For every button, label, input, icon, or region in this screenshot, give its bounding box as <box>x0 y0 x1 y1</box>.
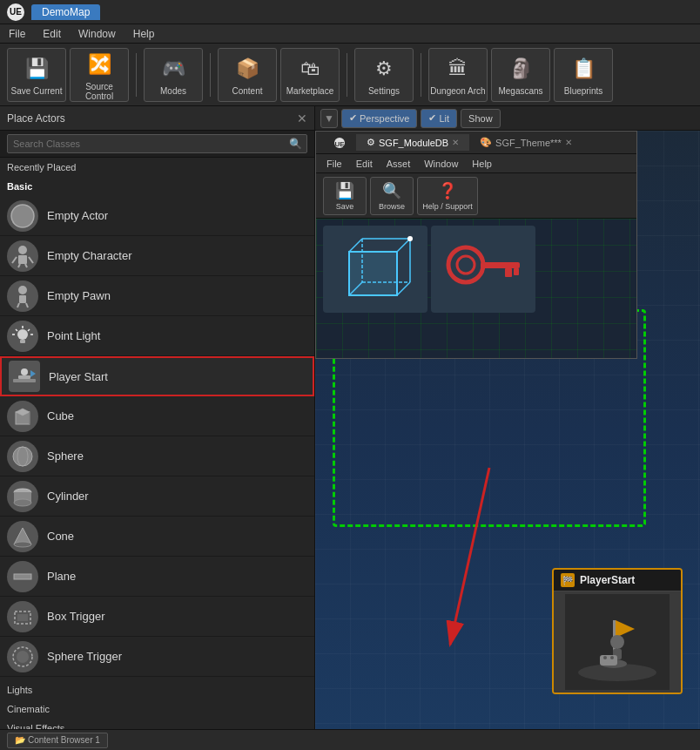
svg-point-49 <box>407 236 413 241</box>
viewport-dropdown[interactable]: ▼ <box>320 109 338 128</box>
theme-icon: 🎨 <box>480 137 492 148</box>
dungeon-arch-button[interactable]: 🏛 Dungeon Arch <box>428 48 488 102</box>
sub-browse-button[interactable]: 🔍 Browse <box>370 177 414 215</box>
sub-tab-logo: UE <box>323 134 356 152</box>
viewport-toolbar: ▼ ✔ Perspective ✔ Lit Show <box>315 106 700 131</box>
category-cinematic[interactable]: Cinematic <box>0 699 314 719</box>
actor-thumb-empty-actor <box>7 200 38 232</box>
actor-empty-character[interactable]: Empty Character <box>0 236 314 276</box>
sub-tab-1[interactable]: ⚙ SGF_ModuleDB ✕ <box>356 134 469 151</box>
svg-rect-19 <box>18 375 30 379</box>
content-label: Content <box>232 86 262 96</box>
sub-browse-icon: 🔍 <box>382 181 401 200</box>
sub-menu-window[interactable]: Window <box>417 157 465 171</box>
app-title: DemoMap <box>31 4 100 20</box>
toolbar-sep3 <box>347 53 347 97</box>
svg-point-1 <box>18 246 27 254</box>
svg-line-4 <box>29 257 33 263</box>
svg-point-7 <box>18 286 27 294</box>
content-button[interactable]: 📦 Content <box>218 48 277 102</box>
marketplace-label: Marketplace <box>286 86 333 96</box>
actor-cube[interactable]: Cube <box>0 396 314 436</box>
sub-menu-asset[interactable]: Asset <box>380 157 418 171</box>
svg-rect-18 <box>13 379 36 382</box>
category-lights[interactable]: Lights <box>0 680 314 699</box>
perspective-button[interactable]: ✔ Perspective <box>341 109 417 128</box>
toolbar: 💾 Save Current 🔀 Source Control 🎮 Modes … <box>0 44 700 106</box>
player-start-icon: 🏁 <box>561 573 575 587</box>
tab1-close-icon[interactable]: ✕ <box>452 138 459 147</box>
dungeon-arch-icon: 🏛 <box>442 53 474 84</box>
ps-header: 🏁 PlayerStart <box>554 570 681 591</box>
svg-text:UE: UE <box>334 140 345 148</box>
svg-line-5 <box>18 264 20 267</box>
menu-help[interactable]: Help <box>125 26 164 42</box>
actor-cylinder[interactable]: Cylinder <box>0 476 314 517</box>
blueprints-button[interactable]: 📋 Blueprints <box>554 48 613 102</box>
actor-name-cube: Cube <box>47 409 74 422</box>
category-basic[interactable]: Basic <box>0 177 314 196</box>
svg-line-41 <box>349 239 362 252</box>
category-recently-placed[interactable]: Recently Placed <box>0 158 314 177</box>
actor-name-plane: Plane <box>47 570 76 583</box>
category-visual-effects[interactable]: Visual Effects <box>0 719 314 729</box>
show-button[interactable]: Show <box>461 109 501 128</box>
close-icon[interactable]: ✕ <box>297 111 307 125</box>
sub-tab-2[interactable]: 🎨 SGF_Theme*** ✕ <box>469 134 582 151</box>
svg-rect-2 <box>18 255 27 264</box>
lit-check: ✔ <box>428 112 436 124</box>
toolbar-separator <box>136 53 137 97</box>
actor-sphere-trigger[interactable]: Sphere Trigger <box>0 637 314 677</box>
menu-edit[interactable]: Edit <box>34 26 70 42</box>
main-layout: Place Actors ✕ 🔍 Recently Placed Basic <box>0 106 700 729</box>
svg-rect-53 <box>505 268 512 277</box>
svg-point-36 <box>17 651 29 663</box>
actor-name-player-start: Player Start <box>49 370 108 383</box>
actor-thumb-player-start <box>9 361 40 392</box>
source-control-button[interactable]: 🔀 Source Control <box>70 48 129 102</box>
menu-bar: File Edit Window Help <box>0 24 700 44</box>
actor-thumb-box-trigger <box>7 601 38 632</box>
settings-button[interactable]: ⚙ Settings <box>354 48 414 102</box>
actor-empty-actor[interactable]: Empty Actor <box>0 196 314 236</box>
search-input[interactable] <box>7 134 307 153</box>
tab2-close-icon[interactable]: ✕ <box>565 138 572 147</box>
actor-sphere[interactable]: Sphere <box>0 436 314 476</box>
save-button[interactable]: 💾 Save Current <box>7 48 66 102</box>
svg-rect-34 <box>17 614 28 621</box>
svg-point-31 <box>14 542 31 547</box>
sub-save-button[interactable]: 💾 Save <box>323 177 367 215</box>
actor-name-empty-pawn: Empty Pawn <box>47 289 111 302</box>
settings-label: Settings <box>368 86 400 96</box>
lit-button[interactable]: ✔ Lit <box>421 109 457 128</box>
svg-line-14 <box>28 329 30 331</box>
menu-window[interactable]: Window <box>70 26 125 42</box>
menu-file[interactable]: File <box>0 26 34 42</box>
asset-thumb-key[interactable] <box>431 226 535 313</box>
actor-thumb-cylinder <box>7 481 38 512</box>
svg-line-43 <box>397 282 410 295</box>
sub-menu-file[interactable]: File <box>320 157 349 171</box>
sub-save-icon: 💾 <box>335 181 354 200</box>
viewport-area[interactable]: UE ⚙ SGF_ModuleDB ✕ 🎨 SGF_Theme*** ✕ Fil… <box>315 131 700 729</box>
asset-thumb-cube[interactable] <box>323 226 427 313</box>
content-browser-button[interactable]: 📂 Content Browser 1 <box>7 733 108 748</box>
sub-menu-help[interactable]: Help <box>465 157 499 171</box>
save-icon: 💾 <box>21 53 52 84</box>
actor-player-start[interactable]: Player Start <box>0 356 314 396</box>
actor-empty-pawn[interactable]: Empty Pawn <box>0 276 314 316</box>
actor-point-light[interactable]: Point Light <box>0 316 314 356</box>
actor-thumb-cone <box>7 521 38 552</box>
svg-point-51 <box>457 256 475 274</box>
marketplace-button[interactable]: 🛍 Marketplace <box>280 48 340 102</box>
player-start-node[interactable]: 🏁 PlayerStart <box>552 568 683 694</box>
modes-button[interactable]: 🎮 Modes <box>144 48 203 102</box>
actor-box-trigger[interactable]: Box Trigger <box>0 597 314 637</box>
megascans-button[interactable]: 🗿 Megascans <box>491 48 550 102</box>
sub-help-button[interactable]: ❓ Help / Support <box>417 177 478 215</box>
actor-cone[interactable]: Cone <box>0 517 314 557</box>
actor-plane[interactable]: Plane <box>0 557 314 597</box>
sub-menu-edit[interactable]: Edit <box>349 157 380 171</box>
source-control-label: Source Control <box>71 82 128 101</box>
actor-name-empty-actor: Empty Actor <box>47 209 108 222</box>
